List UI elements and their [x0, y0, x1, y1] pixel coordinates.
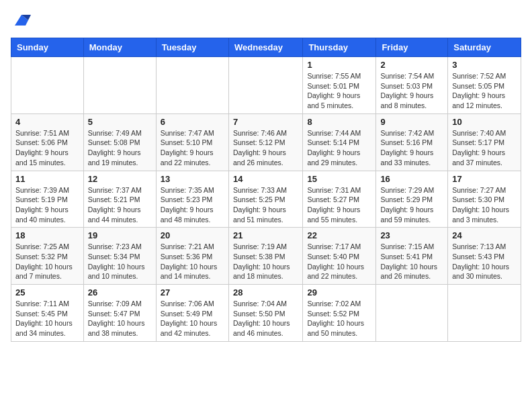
- day-info: Sunrise: 7:33 AM Sunset: 5:25 PM Dayligh…: [233, 185, 298, 225]
- logo-icon: [12, 11, 31, 30]
- day-info: Sunrise: 7:39 AM Sunset: 5:19 PM Dayligh…: [15, 185, 79, 225]
- calendar-cell: 13Sunrise: 7:35 AM Sunset: 5:23 PM Dayli…: [156, 171, 228, 228]
- calendar-cell: 17Sunrise: 7:27 AM Sunset: 5:30 PM Dayli…: [448, 171, 521, 228]
- day-number: 19: [88, 230, 152, 240]
- day-info: Sunrise: 7:29 AM Sunset: 5:29 PM Dayligh…: [380, 185, 443, 225]
- calendar-cell: 24Sunrise: 7:13 AM Sunset: 5:43 PM Dayli…: [448, 228, 521, 285]
- day-number: 15: [307, 174, 371, 184]
- calendar-cell: 20Sunrise: 7:21 AM Sunset: 5:36 PM Dayli…: [156, 228, 228, 285]
- day-number: 14: [233, 174, 298, 184]
- week-row-2: 4Sunrise: 7:51 AM Sunset: 5:06 PM Daylig…: [11, 113, 521, 171]
- day-number: 10: [452, 117, 517, 127]
- calendar-cell: 4Sunrise: 7:51 AM Sunset: 5:06 PM Daylig…: [11, 113, 84, 171]
- day-info: Sunrise: 7:02 AM Sunset: 5:52 PM Dayligh…: [307, 299, 371, 338]
- calendar-cell: [376, 285, 448, 342]
- day-info: Sunrise: 7:13 AM Sunset: 5:43 PM Dayligh…: [452, 242, 517, 281]
- calendar-cell: 25Sunrise: 7:11 AM Sunset: 5:45 PM Dayli…: [11, 285, 84, 342]
- calendar-cell: [11, 57, 84, 114]
- calendar-cell: [83, 57, 156, 114]
- day-number: 27: [161, 287, 224, 298]
- calendar-cell: 19Sunrise: 7:23 AM Sunset: 5:34 PM Dayli…: [83, 228, 156, 285]
- header-row: SundayMondayTuesdayWednesdayThursdayFrid…: [11, 38, 521, 57]
- day-info: Sunrise: 7:51 AM Sunset: 5:06 PM Dayligh…: [15, 128, 79, 168]
- day-number: 18: [15, 230, 79, 240]
- day-number: 28: [233, 287, 298, 298]
- day-header-monday: Monday: [83, 38, 156, 57]
- week-row-5: 25Sunrise: 7:11 AM Sunset: 5:45 PM Dayli…: [11, 285, 521, 342]
- calendar-cell: 21Sunrise: 7:19 AM Sunset: 5:38 PM Dayli…: [228, 228, 302, 285]
- calendar-cell: 18Sunrise: 7:25 AM Sunset: 5:32 PM Dayli…: [11, 228, 84, 285]
- day-info: Sunrise: 7:11 AM Sunset: 5:45 PM Dayligh…: [15, 299, 79, 338]
- day-header-friday: Friday: [376, 38, 448, 57]
- calendar-cell: 22Sunrise: 7:17 AM Sunset: 5:40 PM Dayli…: [303, 228, 376, 285]
- day-header-sunday: Sunday: [11, 38, 84, 57]
- calendar-cell: 1Sunrise: 7:55 AM Sunset: 5:01 PM Daylig…: [303, 57, 376, 114]
- day-info: Sunrise: 7:23 AM Sunset: 5:34 PM Dayligh…: [88, 242, 152, 281]
- day-info: Sunrise: 7:49 AM Sunset: 5:08 PM Dayligh…: [88, 128, 152, 168]
- day-info: Sunrise: 7:04 AM Sunset: 5:50 PM Dayligh…: [233, 299, 298, 338]
- day-info: Sunrise: 7:54 AM Sunset: 5:03 PM Dayligh…: [380, 71, 443, 111]
- day-info: Sunrise: 7:46 AM Sunset: 5:12 PM Dayligh…: [233, 128, 298, 168]
- day-number: 16: [380, 174, 443, 184]
- day-number: 6: [161, 117, 224, 127]
- day-number: 20: [161, 230, 224, 240]
- day-info: Sunrise: 7:55 AM Sunset: 5:01 PM Dayligh…: [307, 71, 371, 111]
- calendar-cell: 23Sunrise: 7:15 AM Sunset: 5:41 PM Dayli…: [376, 228, 448, 285]
- day-info: Sunrise: 7:27 AM Sunset: 5:30 PM Dayligh…: [452, 185, 517, 225]
- day-header-tuesday: Tuesday: [156, 38, 228, 57]
- week-row-4: 18Sunrise: 7:25 AM Sunset: 5:32 PM Dayli…: [11, 228, 521, 285]
- calendar-cell: 29Sunrise: 7:02 AM Sunset: 5:52 PM Dayli…: [303, 285, 376, 342]
- day-info: Sunrise: 7:17 AM Sunset: 5:40 PM Dayligh…: [307, 242, 371, 281]
- day-number: 7: [233, 117, 298, 127]
- day-info: Sunrise: 7:44 AM Sunset: 5:14 PM Dayligh…: [307, 128, 371, 168]
- calendar-cell: 16Sunrise: 7:29 AM Sunset: 5:29 PM Dayli…: [376, 171, 448, 228]
- day-number: 21: [233, 230, 298, 240]
- week-row-1: 1Sunrise: 7:55 AM Sunset: 5:01 PM Daylig…: [11, 57, 521, 114]
- day-info: Sunrise: 7:25 AM Sunset: 5:32 PM Dayligh…: [15, 242, 79, 281]
- calendar-cell: 5Sunrise: 7:49 AM Sunset: 5:08 PM Daylig…: [83, 113, 156, 171]
- day-info: Sunrise: 7:31 AM Sunset: 5:27 PM Dayligh…: [307, 185, 371, 225]
- calendar-cell: 28Sunrise: 7:04 AM Sunset: 5:50 PM Dayli…: [228, 285, 302, 342]
- day-header-thursday: Thursday: [303, 38, 376, 57]
- calendar-cell: 6Sunrise: 7:47 AM Sunset: 5:10 PM Daylig…: [156, 113, 228, 171]
- day-number: 22: [307, 230, 371, 240]
- day-info: Sunrise: 7:52 AM Sunset: 5:05 PM Dayligh…: [452, 71, 517, 111]
- day-number: 9: [380, 117, 443, 127]
- calendar-cell: 8Sunrise: 7:44 AM Sunset: 5:14 PM Daylig…: [303, 113, 376, 171]
- logo: [11, 11, 31, 30]
- calendar-cell: 26Sunrise: 7:09 AM Sunset: 5:47 PM Dayli…: [83, 285, 156, 342]
- day-info: Sunrise: 7:35 AM Sunset: 5:23 PM Dayligh…: [161, 185, 224, 225]
- day-number: 17: [452, 174, 517, 184]
- calendar-cell: 7Sunrise: 7:46 AM Sunset: 5:12 PM Daylig…: [228, 113, 302, 171]
- day-number: 25: [15, 287, 79, 298]
- day-info: Sunrise: 7:42 AM Sunset: 5:16 PM Dayligh…: [380, 128, 443, 168]
- day-number: 8: [307, 117, 371, 127]
- day-info: Sunrise: 7:37 AM Sunset: 5:21 PM Dayligh…: [88, 185, 152, 225]
- calendar-cell: 10Sunrise: 7:40 AM Sunset: 5:17 PM Dayli…: [448, 113, 521, 171]
- day-number: 2: [380, 60, 443, 70]
- day-number: 12: [88, 174, 152, 184]
- week-row-3: 11Sunrise: 7:39 AM Sunset: 5:19 PM Dayli…: [11, 171, 521, 228]
- day-number: 26: [88, 287, 152, 298]
- calendar-cell: 11Sunrise: 7:39 AM Sunset: 5:19 PM Dayli…: [11, 171, 84, 228]
- calendar-cell: [228, 57, 302, 114]
- day-number: 11: [15, 174, 79, 184]
- day-info: Sunrise: 7:40 AM Sunset: 5:17 PM Dayligh…: [452, 128, 517, 168]
- day-number: 3: [452, 60, 517, 70]
- day-number: 4: [15, 117, 79, 127]
- day-number: 24: [452, 230, 517, 240]
- calendar-cell: 3Sunrise: 7:52 AM Sunset: 5:05 PM Daylig…: [448, 57, 521, 114]
- day-info: Sunrise: 7:47 AM Sunset: 5:10 PM Dayligh…: [161, 128, 224, 168]
- page-header: [11, 11, 521, 30]
- calendar-cell: 15Sunrise: 7:31 AM Sunset: 5:27 PM Dayli…: [303, 171, 376, 228]
- day-info: Sunrise: 7:19 AM Sunset: 5:38 PM Dayligh…: [233, 242, 298, 281]
- calendar-cell: 14Sunrise: 7:33 AM Sunset: 5:25 PM Dayli…: [228, 171, 302, 228]
- calendar-cell: 2Sunrise: 7:54 AM Sunset: 5:03 PM Daylig…: [376, 57, 448, 114]
- calendar-cell: 12Sunrise: 7:37 AM Sunset: 5:21 PM Dayli…: [83, 171, 156, 228]
- day-info: Sunrise: 7:15 AM Sunset: 5:41 PM Dayligh…: [380, 242, 443, 281]
- day-info: Sunrise: 7:21 AM Sunset: 5:36 PM Dayligh…: [161, 242, 224, 281]
- calendar-cell: [156, 57, 228, 114]
- day-header-saturday: Saturday: [448, 38, 521, 57]
- day-info: Sunrise: 7:06 AM Sunset: 5:49 PM Dayligh…: [161, 299, 224, 338]
- calendar-cell: [448, 285, 521, 342]
